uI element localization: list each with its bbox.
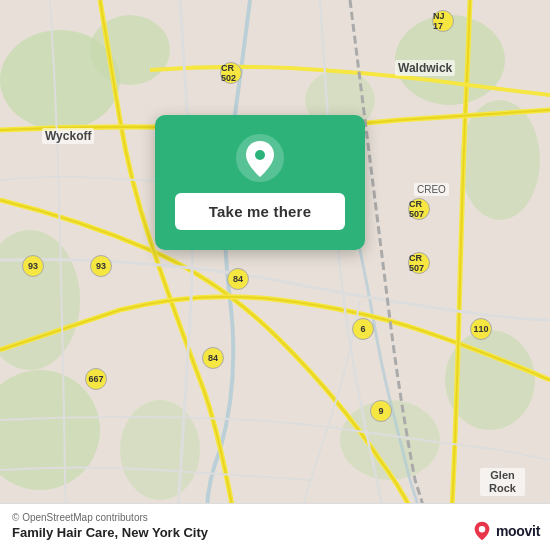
moovit-text: moovit: [496, 523, 540, 539]
location-pin-icon: [235, 133, 285, 183]
take-me-there-button[interactable]: Take me there: [175, 193, 345, 230]
place-name: Family Hair Care, New York City: [12, 525, 538, 540]
wyckoff-label: Wyckoff: [42, 128, 94, 144]
svg-point-13: [479, 526, 485, 532]
bottom-bar: © OpenStreetMap contributors Family Hair…: [0, 503, 550, 550]
waldwick-label: Waldwick: [395, 60, 455, 76]
map-background: [0, 0, 550, 550]
route-badge-r93a: 93: [22, 255, 44, 277]
moovit-logo: moovit: [471, 520, 540, 542]
glen-rock-label: GlenRock: [480, 468, 525, 496]
action-card: Take me there: [155, 115, 365, 250]
attribution: © OpenStreetMap contributors: [12, 512, 538, 523]
svg-point-4: [460, 100, 540, 220]
route-badge-rnj17: NJ 17: [432, 10, 454, 32]
route-badge-r667: 667: [85, 368, 107, 390]
route-badge-cr507a: CR 507: [408, 198, 430, 220]
route-badge-r84b: 84: [202, 347, 224, 369]
route-badge-r9: 9: [370, 400, 392, 422]
route-badge-r6: 6: [352, 318, 374, 340]
route-badge-cr502: CR 502: [220, 62, 242, 84]
route-badge-r110: 110: [470, 318, 492, 340]
route-badge-r84a: 84: [227, 268, 249, 290]
svg-point-7: [120, 400, 200, 500]
moovit-pin-icon: [471, 520, 493, 542]
creo-label: CREO: [414, 183, 449, 196]
route-badge-cr507b: CR 507: [408, 252, 430, 274]
svg-point-12: [255, 150, 265, 160]
map-container: Wyckoff Waldwick GlenRock CREO CR 502CR …: [0, 0, 550, 550]
route-badge-r93b: 93: [90, 255, 112, 277]
